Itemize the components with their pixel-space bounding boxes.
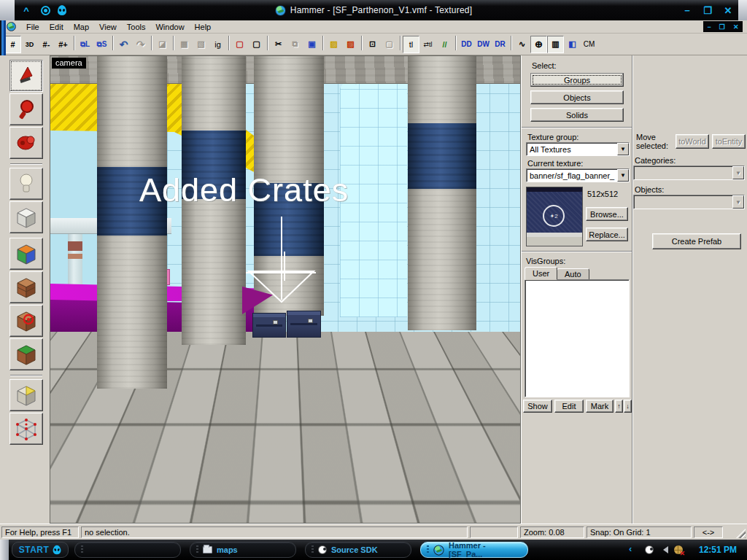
objects-dropdown[interactable]: ▼ [633,195,745,209]
visgroups-up-button[interactable]: ↑ [615,400,623,413]
visgroups-list[interactable] [525,279,630,397]
mdi-window-controls: − ❐ ✕ [703,21,743,32]
toggle-3d-grid-button[interactable]: 3D [21,36,38,53]
minimize-button[interactable]: − [680,4,694,17]
grid-larger-button[interactable]: #+ [55,36,71,53]
ignore-groups-button[interactable]: ig [209,36,226,53]
cut-button[interactable]: ✂ [270,36,287,53]
redo-button[interactable]: ↷ [132,36,149,53]
mdi-restore-button[interactable]: ❐ [719,23,725,31]
dropdown-arrow-icon[interactable]: ▼ [617,169,629,182]
menu-view[interactable]: View [94,21,122,33]
save-window-state-button[interactable]: ⧉S [93,36,110,53]
new-cube-button[interactable]: ◧ [564,36,581,53]
cm-mode-button[interactable]: CM [581,36,597,53]
visgroups-tab-user[interactable]: User [525,267,557,280]
current-texture-dropdown[interactable]: banner/sf_flag_banner_ ▼ [526,168,630,182]
resize-grip[interactable] [736,529,746,538]
select-objects-button[interactable]: Objects [530,90,624,104]
clip-cube-icon [13,382,39,408]
copy-button[interactable]: ⧉ [287,36,303,53]
camera-tool-button[interactable] [9,127,43,159]
magnify-tool-button[interactable] [9,93,43,125]
visgroups-label: VisGroups: [526,257,565,265]
restore-button[interactable]: ❐ [700,4,715,17]
mdi-minimize-button[interactable]: − [708,23,711,31]
ungroup-button[interactable]: ▧ [193,36,209,53]
menu-file[interactable]: File [21,21,44,33]
run-map-button[interactable]: ⊕ [530,36,547,53]
taskbar-edge [0,540,9,560]
texture-scale-lock-button[interactable]: ⇄tl [419,36,436,53]
to-entity-button[interactable]: toEntity [712,134,746,149]
texture-lock-button[interactable]: tl [403,36,419,53]
mdi-document-icon[interactable] [7,22,16,31]
browse-button[interactable]: Browse... [586,207,628,221]
taskbar-button-1[interactable] [74,542,181,558]
menu-map[interactable]: Map [69,21,94,33]
select-touching-button[interactable]: ⊡ [364,36,381,53]
select-label: Select: [532,61,557,70]
taskbar-button-maps[interactable]: maps [190,542,296,558]
taskbar: START maps Source SDK Hammer - [SF_Pa...… [0,540,747,560]
toggle-grid-button[interactable]: # [4,36,21,53]
start-button[interactable]: START [12,542,69,558]
paste-button[interactable]: ▣ [303,36,320,53]
apply-overlays-button[interactable] [9,338,43,370]
visgroups-down-button[interactable]: ↓ [624,400,632,413]
vertex-cube-icon [13,416,39,442]
entity-tool-button[interactable] [9,168,43,200]
replace-button[interactable]: Replace... [586,228,628,241]
display-dd-button[interactable]: DD [458,36,475,53]
cordon-toggle-button[interactable]: ▨ [342,36,359,53]
menu-help[interactable]: Help [190,21,217,33]
selection-tool-button[interactable] [9,60,43,92]
apply-decals-button[interactable] [9,305,43,337]
hatch-faces-button[interactable]: ▥ [547,36,564,53]
visgroups-show-button[interactable]: Show [523,400,552,413]
group-button[interactable]: ▦ [176,36,193,53]
create-prefab-button[interactable]: Create Prefab [652,233,741,249]
select-solids-button[interactable]: Solids [530,108,624,122]
auto-selection-button[interactable]: ▢ [381,36,398,53]
texture-preview[interactable]: ✦2 [526,187,583,246]
tray-steam-icon[interactable] [645,545,654,554]
menu-window[interactable]: Window [150,21,189,33]
visgroups-edit-button[interactable]: Edit [554,400,584,413]
hide-selected-button[interactable]: ▢ [231,36,248,53]
clipping-tool-button[interactable] [9,379,43,411]
carve-button[interactable]: ◪ [154,36,171,53]
display-dr-button[interactable]: DR [492,36,508,53]
apply-current-texture-button[interactable] [9,271,43,303]
display-dw-button[interactable]: DW [475,36,492,53]
undo-button[interactable]: ↶ [115,36,132,53]
select-groups-button[interactable]: Groups [530,73,624,87]
taskbar-button-source-sdk[interactable]: Source SDK [305,542,411,558]
flip-faces-button[interactable]: // [436,36,453,53]
texture-application-tool-button[interactable] [9,238,43,270]
sound-browser-button[interactable]: ∿ [514,36,530,53]
tray-network-offline-icon[interactable] [674,545,683,554]
3d-viewport[interactable]: camera Added Crates [50,55,521,524]
taskbar-button-hammer[interactable]: Hammer - [SF_Pa... [420,542,528,558]
to-world-button[interactable]: toWorld [676,134,709,149]
viewport-camera-label[interactable]: camera [52,58,86,69]
load-window-state-button[interactable]: ⧉L [77,36,93,53]
hide-unselected-button[interactable]: ▢ [248,36,265,53]
vertex-tool-button[interactable] [9,413,43,445]
current-texture-label: Current texture: [527,159,583,168]
menu-tools[interactable]: Tools [122,21,151,33]
grid-smaller-button[interactable]: #- [38,36,55,53]
tray-volume-icon[interactable] [659,546,668,553]
cordon-texture-button[interactable]: ▨ [325,36,342,53]
visgroups-mark-button[interactable]: Mark [586,400,614,413]
visgroups-tab-auto[interactable]: Auto [557,268,589,280]
tray-chevron-icon[interactable]: ‹ [629,543,632,554]
mdi-close-button[interactable]: ✕ [733,23,739,31]
close-button[interactable]: ✕ [721,4,735,17]
categories-dropdown[interactable]: ▼ [633,166,745,180]
dropdown-arrow-icon[interactable]: ▼ [617,143,629,155]
menu-edit[interactable]: Edit [44,21,69,33]
texture-group-dropdown[interactable]: All Textures ▼ [526,142,630,156]
block-tool-button[interactable] [9,201,43,233]
